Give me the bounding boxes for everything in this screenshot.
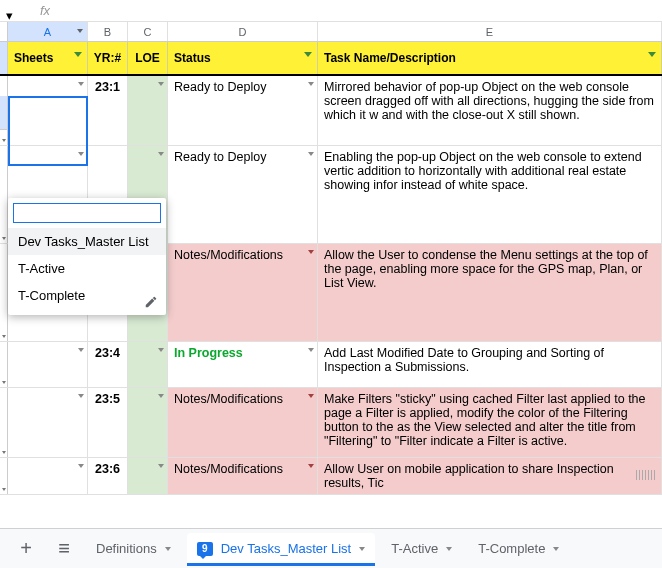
- col-header-b[interactable]: B: [88, 22, 128, 41]
- row-header[interactable]: [0, 342, 8, 387]
- dropdown-caret-icon[interactable]: [308, 348, 314, 352]
- dropdown-caret-icon[interactable]: [308, 464, 314, 468]
- cell-desc[interactable]: Make Filters "sticky" using cached Filte…: [318, 388, 662, 457]
- table-header-row: Sheets YR:# LOE Status Task Name/Descrip…: [0, 42, 662, 76]
- chevron-down-icon: [77, 29, 83, 33]
- col-header-e[interactable]: E: [318, 22, 662, 41]
- col-header-a[interactable]: A: [8, 22, 88, 41]
- header-sheets[interactable]: Sheets: [8, 42, 88, 74]
- row-header[interactable]: [0, 244, 8, 341]
- sheet-tabs: + ≡ Definitions 9 Dev Tasks_Master List …: [0, 528, 662, 568]
- header-yr[interactable]: YR:#: [88, 42, 128, 74]
- dv-search-input[interactable]: [13, 203, 161, 223]
- dv-option[interactable]: T-Complete: [8, 282, 166, 309]
- cell-yr[interactable]: 23:4: [88, 342, 128, 387]
- dropdown-caret-icon[interactable]: [308, 152, 314, 156]
- formula-bar: ▾ fx: [0, 0, 662, 22]
- formula-input[interactable]: [50, 3, 662, 18]
- row-header[interactable]: [0, 76, 8, 145]
- select-all-corner[interactable]: [0, 22, 8, 41]
- comment-badge: 9: [197, 542, 213, 556]
- row-header[interactable]: [0, 458, 8, 494]
- chevron-down-icon[interactable]: [446, 547, 452, 551]
- chevron-down-icon: [2, 451, 6, 454]
- cell-sheets[interactable]: [8, 76, 88, 145]
- chevron-down-icon: [2, 237, 6, 240]
- chevron-down-icon[interactable]: [359, 547, 365, 551]
- dropdown-caret-icon[interactable]: [78, 348, 84, 352]
- cell-desc[interactable]: Enabling the pop-up Object on the web co…: [318, 146, 662, 243]
- name-box-caret[interactable]: ▾: [6, 8, 14, 14]
- cell-status[interactable]: Notes/Modifications: [168, 458, 318, 494]
- dropdown-caret-icon[interactable]: [158, 464, 164, 468]
- table-row: 23:5 Notes/Modifications Make Filters "s…: [0, 388, 662, 458]
- dv-option[interactable]: T-Active: [8, 255, 166, 282]
- cell-loe[interactable]: [128, 458, 168, 494]
- dropdown-caret-icon[interactable]: [158, 394, 164, 398]
- cell-desc[interactable]: Add Last Modified Date to Grouping and S…: [318, 342, 662, 387]
- cell-status[interactable]: Ready to Deploy: [168, 146, 318, 243]
- dropdown-caret-icon[interactable]: [308, 82, 314, 86]
- table-row: 23:4 In Progress Add Last Modified Date …: [0, 342, 662, 388]
- sheet-tab-dev-tasks[interactable]: 9 Dev Tasks_Master List: [187, 533, 376, 565]
- dv-option[interactable]: Dev Tasks_Master List: [8, 228, 166, 255]
- chevron-down-icon: [2, 381, 6, 384]
- cell-yr[interactable]: 23:5: [88, 388, 128, 457]
- cell-status[interactable]: Ready to Deploy: [168, 76, 318, 145]
- chevron-down-icon[interactable]: [165, 547, 171, 551]
- sheet-tab-t-complete[interactable]: T-Complete: [468, 533, 569, 565]
- cell-loe[interactable]: [128, 76, 168, 145]
- horizontal-scrollbar[interactable]: [636, 470, 656, 480]
- col-header-d[interactable]: D: [168, 22, 318, 41]
- header-loe[interactable]: LOE: [128, 42, 168, 74]
- dropdown-caret-icon[interactable]: [308, 394, 314, 398]
- cell-loe[interactable]: [128, 342, 168, 387]
- dropdown-caret-icon[interactable]: [78, 394, 84, 398]
- table-row: 23:1 Ready to Deploy Mirrored behavior o…: [0, 76, 662, 146]
- add-sheet-button[interactable]: +: [10, 535, 42, 563]
- chevron-down-icon[interactable]: [553, 547, 559, 551]
- cell-desc[interactable]: Allow the User to condense the Menu sett…: [318, 244, 662, 341]
- cell-loe[interactable]: [128, 388, 168, 457]
- dropdown-caret-icon[interactable]: [78, 464, 84, 468]
- cell-desc[interactable]: Allow User on mobile application to shar…: [318, 458, 662, 494]
- chevron-down-icon: [2, 335, 6, 338]
- header-task[interactable]: Task Name/Description: [318, 42, 662, 74]
- sheet-tab-t-active[interactable]: T-Active: [381, 533, 462, 565]
- cell-status[interactable]: In Progress: [168, 342, 318, 387]
- grid: Sheets YR:# LOE Status Task Name/Descrip…: [0, 42, 662, 520]
- column-headers: A B C D E: [0, 22, 662, 42]
- cell-desc[interactable]: Mirrored behavior of pop-up Object on th…: [318, 76, 662, 145]
- chevron-down-icon: [2, 488, 6, 491]
- pencil-icon[interactable]: [144, 295, 158, 309]
- cell-yr[interactable]: 23:1: [88, 76, 128, 145]
- dropdown-caret-icon[interactable]: [78, 82, 84, 86]
- cell-status[interactable]: Notes/Modifications: [168, 388, 318, 457]
- chevron-down-icon: [2, 139, 6, 142]
- dropdown-caret-icon[interactable]: [308, 250, 314, 254]
- dropdown-caret-icon[interactable]: [158, 82, 164, 86]
- filter-icon[interactable]: [648, 52, 658, 62]
- dropdown-caret-icon[interactable]: [78, 152, 84, 156]
- data-validation-dropdown: Dev Tasks_Master List T-Active T-Complet…: [8, 198, 166, 315]
- row-header[interactable]: [0, 146, 8, 243]
- filter-icon[interactable]: [74, 52, 84, 62]
- dropdown-caret-icon[interactable]: [158, 152, 164, 156]
- cell-sheets[interactable]: [8, 342, 88, 387]
- all-sheets-button[interactable]: ≡: [48, 535, 80, 563]
- fx-label: fx: [40, 3, 50, 18]
- cell-status[interactable]: Notes/Modifications: [168, 244, 318, 341]
- cell-sheets[interactable]: [8, 388, 88, 457]
- cell-sheets[interactable]: [8, 458, 88, 494]
- dropdown-caret-icon[interactable]: [158, 348, 164, 352]
- cell-yr[interactable]: 23:6: [88, 458, 128, 494]
- header-status[interactable]: Status: [168, 42, 318, 74]
- sheet-tab-definitions[interactable]: Definitions: [86, 533, 181, 565]
- filter-icon[interactable]: [304, 52, 314, 62]
- col-header-c[interactable]: C: [128, 22, 168, 41]
- table-row: 23:6 Notes/Modifications Allow User on m…: [0, 458, 662, 495]
- row-header[interactable]: [0, 388, 8, 457]
